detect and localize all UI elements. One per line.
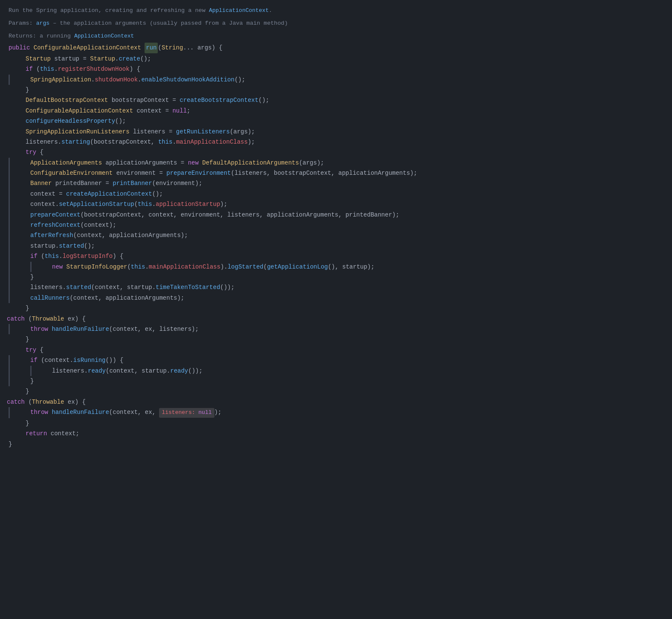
line-close-catch-2: } bbox=[0, 418, 672, 428]
line-close-if-shutdown: } bbox=[0, 85, 672, 95]
line-catch-1: catch (Throwable ex) { bbox=[0, 314, 672, 324]
if-block-log: new StartupInfoLogger(this.mainApplicati… bbox=[13, 262, 672, 272]
block-bar-try1 bbox=[9, 158, 10, 303]
line-refresh-context: refreshContext(context); bbox=[13, 220, 672, 230]
line-close-catch-1: } bbox=[0, 334, 672, 344]
line-startup-create: Startup startup = Startup.create(); bbox=[0, 54, 672, 64]
line-set-startup: context.setApplicationStartup(this.appli… bbox=[13, 199, 672, 209]
line-startup-logger: new StartupInfoLogger(this.mainApplicati… bbox=[35, 262, 672, 272]
line-after-refresh: afterRefresh(context, applicationArgumen… bbox=[13, 230, 672, 240]
catch-block-2: throw handleRunFailure(context, ex, list… bbox=[0, 407, 672, 418]
line-startup-started: startup.started(); bbox=[13, 241, 672, 251]
if-block-running: listeners.ready(context, startup.ready()… bbox=[13, 366, 672, 376]
doc-text-1: Run the Spring application, creating and… bbox=[9, 7, 209, 14]
try-block-2: if (context.isRunning()) { listeners.rea… bbox=[0, 355, 672, 386]
line-listeners-starting: listeners.starting(bootstrapContext, thi… bbox=[0, 137, 672, 147]
block-bar-running bbox=[30, 366, 32, 376]
line-catch-2: catch (Throwable ex) { bbox=[0, 397, 672, 407]
line-call-runners: callRunners(context, applicationArgument… bbox=[13, 293, 672, 303]
doc-line-2: Params: args – the application arguments… bbox=[0, 17, 672, 30]
line-if-shutdown: if (this.registerShutdownHook) { bbox=[0, 64, 672, 74]
if-block-shutdown: SpringApplication.shutdownHook.enableShu… bbox=[0, 75, 672, 85]
line-close-method: } bbox=[0, 439, 672, 449]
catch-block-1: throw handleRunFailure(context, ex, list… bbox=[0, 324, 672, 334]
line-spring-shutdown: SpringApplication.shutdownHook.enableShu… bbox=[13, 75, 672, 85]
line-try-1: try { bbox=[0, 147, 672, 157]
run-method-name: run bbox=[145, 43, 158, 53]
code-editor: Run the Spring application, creating and… bbox=[0, 0, 672, 454]
doc-code-1: ApplicationContext bbox=[209, 7, 269, 14]
block-bar-try2 bbox=[9, 355, 10, 386]
block-bar-log bbox=[30, 262, 32, 272]
line-listeners-started: listeners.started(context, startup.timeT… bbox=[13, 282, 672, 292]
line-close-if-log: } bbox=[13, 272, 672, 282]
try-block-1: ApplicationArguments applicationArgument… bbox=[0, 158, 672, 303]
line-if-log-startup: if (this.logStartupInfo) { bbox=[13, 251, 672, 261]
line-throw-2: throw handleRunFailure(context, ex, list… bbox=[13, 407, 672, 418]
line-close-if-running: } bbox=[13, 376, 672, 386]
line-environment: ConfigurableEnvironment environment = pr… bbox=[13, 168, 672, 178]
line-context-null: ConfigurableApplicationContext context =… bbox=[0, 106, 672, 116]
line-try-2: try { bbox=[0, 345, 672, 355]
line-run-listeners: SpringApplicationRunListeners listeners … bbox=[0, 127, 672, 137]
line-configure-headless: configureHeadlessProperty(); bbox=[0, 116, 672, 126]
line-app-args: ApplicationArguments applicationArgument… bbox=[13, 158, 672, 168]
line-throw-1: throw handleRunFailure(context, ex, list… bbox=[13, 324, 672, 334]
line-bootstrap-context: DefaultBootstrapContext bootstrapContext… bbox=[0, 95, 672, 105]
line-close-try-2: } bbox=[0, 386, 672, 396]
line-listeners-ready: listeners.ready(context, startup.ready()… bbox=[35, 366, 672, 376]
block-bar-catch2 bbox=[9, 407, 10, 418]
param-hint-tooltip: listeners: null bbox=[159, 408, 214, 418]
block-bar bbox=[9, 75, 10, 85]
block-bar-catch1 bbox=[9, 324, 10, 334]
line-banner: Banner printedBanner = printBanner(envir… bbox=[13, 178, 672, 188]
line-method-signature: public ConfigurableApplicationContext ru… bbox=[0, 42, 672, 53]
line-close-try-1: } bbox=[0, 303, 672, 313]
line-prepare-context: prepareContext(bootstrapContext, context… bbox=[13, 210, 672, 220]
line-if-running: if (context.isRunning()) { bbox=[13, 355, 672, 365]
line-return: return context; bbox=[0, 428, 672, 439]
line-create-context: context = createApplicationContext(); bbox=[13, 189, 672, 199]
doc-line-3: Returns: a running ApplicationContext bbox=[0, 30, 672, 43]
doc-line-1: Run the Spring application, creating and… bbox=[0, 4, 672, 17]
